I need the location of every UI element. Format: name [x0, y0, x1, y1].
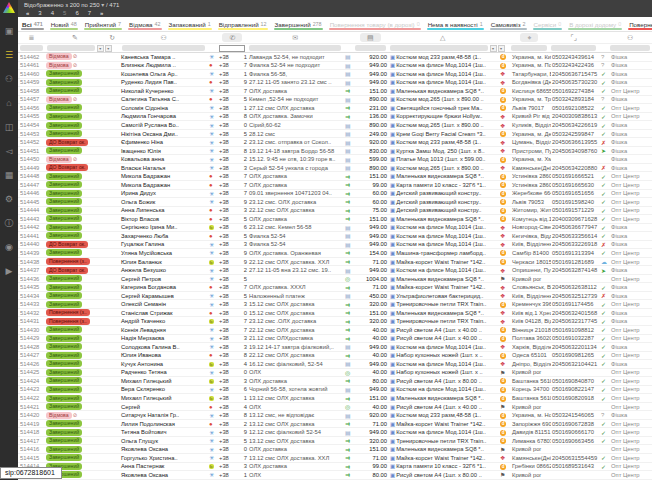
- phone-icon[interactable]: ✆: [222, 33, 242, 42]
- table-row[interactable]: 514454ЗавершенийСамотій Руслана Во..✳+38…: [18, 121, 652, 130]
- table-row[interactable]: 514462Відмова⊘Каневська Тамара ..✳+381Ла…: [18, 53, 652, 62]
- refresh-icon[interactable]: ↻: [109, 33, 115, 42]
- filter-slot[interactable]: [20, 45, 43, 51]
- table-row[interactable]: 514435ЗавершенийКатерина Богданова●+387О…: [18, 283, 652, 292]
- pagination-page[interactable]: 5: [63, 9, 66, 17]
- table-row[interactable]: 514428ЗавершенийСолодкова Галина В..✳+38…: [18, 343, 652, 352]
- table-row[interactable]: 514444ЗавершенийАнна Липенська●+38322.12…: [18, 207, 652, 216]
- table-row[interactable]: 514418ЗавершенийТетяна Войтович✳+38912.1…: [18, 428, 652, 437]
- table-row[interactable]: 514423ЗавершенийВера Скляренко✳+386Чорни…: [18, 386, 652, 395]
- table-row[interactable]: 514441ЗавершенийЗахарченко Люба●+385Фиал…: [18, 232, 652, 241]
- table-row[interactable]: 514414ЗавершенийАнна Пастернакlc+383ОЛХ …: [18, 463, 652, 472]
- video-icon[interactable]: ▶: [2, 265, 16, 277]
- table-row[interactable]: 514417ЗавершенийОльга Глущук✳+38513.12 с…: [18, 437, 652, 446]
- table-row[interactable]: 514432Повернення (з..Станіслав Стрижак●+…: [18, 309, 652, 318]
- table-row[interactable]: 514431Повернення (з..Андрій Ткаченкоlc+3…: [18, 317, 652, 326]
- app-logo-icon[interactable]: [3, 2, 15, 13]
- phone-filter-input[interactable]: [219, 45, 245, 52]
- people-icon[interactable]: ⚇: [160, 33, 166, 42]
- table-row[interactable]: 514416ЗавершенийЯковлева Оксана✳+380ОЛХ …: [18, 445, 652, 454]
- table-row[interactable]: 514415ЗавершенийГоргулько Христина..✳+38…: [18, 454, 652, 463]
- filter-slot[interactable]: [511, 45, 547, 51]
- pagination-page[interactable]: 3: [38, 9, 41, 17]
- tab-Самовивіз[interactable]: Самовивіз2: [487, 17, 530, 31]
- clients-icon[interactable]: ⚇: [2, 73, 16, 85]
- pencil-icon[interactable]: ✎: [72, 33, 78, 42]
- table-row[interactable]: 514420Відмова⊘Ситарчук Наталія Гр..✳+388…: [18, 411, 652, 420]
- tab-Всі[interactable]: Всі471: [18, 17, 47, 31]
- table-row[interactable]: 514457Відмова⊘Салегина Татьяна С..●+385К…: [18, 96, 652, 105]
- table-row[interactable]: 514438Повернення (з..Юлия Баланюкlc+3892…: [18, 258, 652, 267]
- tab-Завершений[interactable]: Завершений278: [271, 17, 326, 31]
- tab-В дорозі додому[interactable]: В дорозі додому0: [565, 17, 625, 31]
- page-size-dropdown[interactable]: ▾: [101, 2, 104, 8]
- table-row[interactable]: 514458ЗавершенийНиколай Кучеренко✳+387ОЛ…: [18, 87, 652, 96]
- products-icon[interactable]: ◫: [2, 121, 16, 133]
- monitoring-icon[interactable]: ◉: [2, 241, 16, 253]
- table-row[interactable]: 514460ЗавершенийКошелева Ольга Ар..✳+381…: [18, 70, 652, 79]
- table-row[interactable]: 514450Відмова⊘Ковальова анна✳+38215.12. …: [18, 155, 652, 164]
- table-row[interactable]: 514459ЗавершенийРуденко Лидия Пав..●+389…: [18, 79, 652, 88]
- pagination-first-icon[interactable]: «: [26, 9, 29, 17]
- table-row[interactable]: 514429ЗавершенийНадія Мерзаєва✳+38321.12…: [18, 335, 652, 344]
- tab-Нема в наявності[interactable]: Нема в наявності1: [424, 17, 487, 31]
- table-row[interactable]: 514455ЗавершенийЛюдмила Гончарова✳+388ОЛ…: [18, 113, 652, 122]
- warehouse-icon[interactable]: ⌂: [2, 97, 16, 109]
- table-row[interactable]: 514422ЗавершенийМихаил Гилецькийlc+38113…: [18, 394, 652, 403]
- filter-slot[interactable]: [610, 45, 650, 51]
- filter-slot[interactable]: [551, 45, 596, 51]
- table-row[interactable]: 514449ДО Возврат ок.Власюк Наталья✳+383С…: [18, 164, 652, 173]
- table-row[interactable]: 514425ЗавершенийРадченко Тетяна✳+380ОЛХ◎…: [18, 369, 652, 378]
- notifications-icon[interactable]: ◅: [2, 145, 16, 157]
- filter-slot[interactable]: [390, 45, 488, 51]
- filter-dropdown-icon[interactable]: ▾: [105, 45, 112, 52]
- table-row[interactable]: 514451ЗавершенийІващенко Юлія✳+38819.12 …: [18, 147, 652, 156]
- table-row[interactable]: 514437ДО Возврат ок.Анжела Безушко✳+3822…: [18, 266, 652, 275]
- table-row[interactable]: 514424ЗавершенийМихаил Гилецькийlc+383ОЛ…: [18, 377, 652, 386]
- table-row[interactable]: 514447ЗавершенийМикола Бадражан●+387ОЛХ …: [18, 181, 652, 190]
- tab-Повернений[interactable]: Повернений8: [625, 17, 652, 31]
- money-icon[interactable]: ▤: [360, 33, 381, 42]
- table-row[interactable]: 514448ЗавершенийМикола Бадражан●+387ОЛХ …: [18, 172, 652, 181]
- table-row[interactable]: 514419ЗавершенийЛилия Подолинская●+38213…: [18, 420, 652, 429]
- tab-Відмова[interactable]: Відмова42: [125, 17, 164, 31]
- tab-Сервіси[interactable]: Сервіси0: [530, 17, 566, 31]
- table-row[interactable]: 514427ЗавершенийЮлия Иванова●+38822.12 с…: [18, 352, 652, 361]
- pagination-page[interactable]: 4: [51, 9, 54, 17]
- person-icon[interactable]: ⚇: [627, 33, 633, 42]
- pagination-page[interactable]: 7: [88, 9, 91, 17]
- pagination-last-icon[interactable]: »: [100, 9, 103, 17]
- table-row[interactable]: 514430ЗавершенийКсенія Левадняя✳+38722.1…: [18, 326, 652, 335]
- table-row[interactable]: 514443ЗавершенийВіктор Власов●+385ОЛХ до…: [18, 215, 652, 224]
- table-row[interactable]: 514439ЗавершенийУляна Мусійовська✳+389ОЛ…: [18, 249, 652, 258]
- filter-slot[interactable]: [47, 45, 95, 51]
- table-row[interactable]: 514433ЗавершенийОлексій Семанін✳+38315.1…: [18, 300, 652, 309]
- barcode-icon[interactable]: ⌜⌟: [570, 33, 577, 42]
- filter-slot[interactable]: [249, 45, 341, 51]
- reports-icon[interactable]: ▦: [2, 169, 16, 181]
- table-row[interactable]: 514440ДО Возврат ок.Гуцалюк Галина✳+383Ф…: [18, 241, 652, 250]
- list-icon[interactable]: ≣: [29, 33, 35, 42]
- filter-dropdown-icon[interactable]: ▾: [97, 45, 104, 52]
- table-row[interactable]: 514421ЗавершенийСергей●+384ОЛХ◎40.00▣Рис…: [18, 403, 652, 412]
- tab-Відправлений[interactable]: Відправлений12: [215, 17, 271, 31]
- tab-Повернення товару (в дорозі)[interactable]: Повернення товару (в дорозі)0: [326, 17, 424, 31]
- filter-slot[interactable]: [355, 45, 386, 51]
- location-pin-icon[interactable]: ⌖: [520, 33, 538, 42]
- table-row[interactable]: 514453ЗавершенийНікітіна Оксана Дми..✳+3…: [18, 130, 652, 139]
- tab-Запакований[interactable]: Запакований1: [165, 17, 215, 31]
- table-row[interactable]: 514452ДО Возврат ок.Єфименко Ніна✳+38223…: [18, 138, 652, 147]
- filter-dropdown-icon[interactable]: ▾: [498, 45, 505, 52]
- table-row[interactable]: 514456ЗавершенийСоломія Сідоніна✳+38127.…: [18, 104, 652, 113]
- filter-slot[interactable]: [122, 45, 206, 51]
- pagination-page[interactable]: 6: [75, 9, 78, 17]
- table-row[interactable]: 514426ЗавершенийКучук Антонинаlc+38416.1…: [18, 360, 652, 369]
- dashboard-icon[interactable]: ▣: [2, 25, 16, 37]
- table-row[interactable]: 514446ЗавершенийИрина Дидух✳+38709.01 зв…: [18, 190, 652, 199]
- filter-dropdown-icon[interactable]: ▾: [490, 45, 497, 52]
- info-icon[interactable]: ⓘ: [2, 217, 16, 229]
- envelope-icon[interactable]: ✉: [292, 33, 298, 42]
- orders-icon[interactable]: ☰: [2, 49, 16, 61]
- table-row[interactable]: 514436ЗавершенийСергей Петров✳+385◎1004.…: [18, 275, 652, 284]
- table-row[interactable]: 514461Відмова⊘Близнюк Людмила ..●+387Фиа…: [18, 62, 652, 71]
